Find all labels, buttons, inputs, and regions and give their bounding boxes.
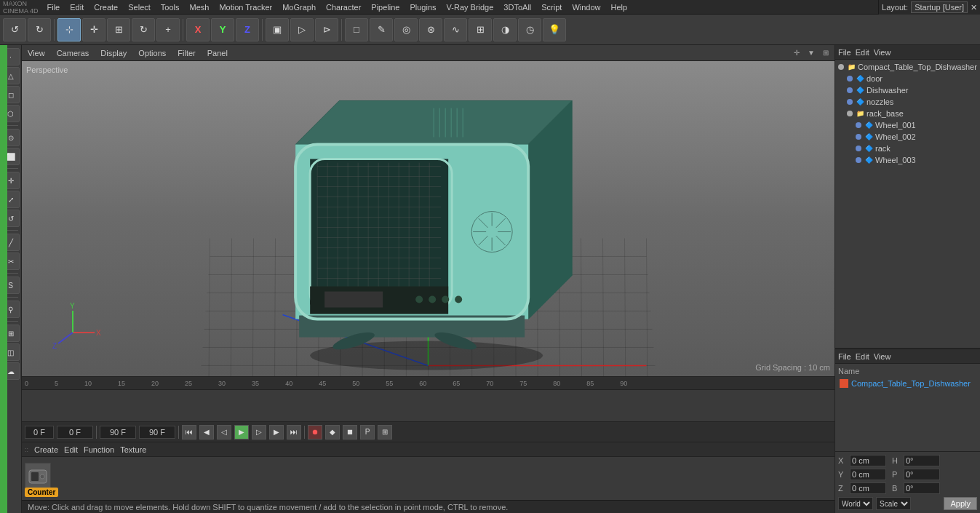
op-file-menu[interactable]: File xyxy=(838,48,851,57)
start-frame-input[interactable] xyxy=(25,426,54,439)
scale-tool-button[interactable]: ⊞ xyxy=(107,18,130,41)
menu-mesh[interactable]: Mesh xyxy=(186,2,214,12)
tag-button[interactable]: ◷ xyxy=(518,18,541,41)
vp-filter-menu[interactable]: Filter xyxy=(175,49,198,57)
key-all-button[interactable]: ⏹ xyxy=(343,425,357,440)
attr-item-name: Compact_Table_Top_Dishwasher xyxy=(851,379,971,388)
attr-view-menu[interactable]: View xyxy=(874,352,891,361)
coord-x-input[interactable] xyxy=(850,455,886,466)
render-region-button[interactable]: ▣ xyxy=(266,18,289,41)
array-button[interactable]: ⊞ xyxy=(469,18,492,41)
cube-button[interactable]: □ xyxy=(345,18,368,41)
motion-path-button[interactable]: P xyxy=(360,425,375,440)
rotate-tool-button[interactable]: ↻ xyxy=(132,18,155,41)
menu-file[interactable]: File xyxy=(43,2,65,12)
undo-button[interactable]: ↺ xyxy=(3,18,26,41)
tree-item-rack[interactable]: 🔷 rack xyxy=(837,143,979,154)
deformer-button[interactable]: ⊛ xyxy=(419,18,442,41)
world-select[interactable]: World xyxy=(838,497,873,510)
render-output-button[interactable]: ⊳ xyxy=(315,18,338,41)
coord-z-input[interactable] xyxy=(850,482,886,494)
3d-viewport[interactable]: Perspective Grid Spacing : 10 cm xyxy=(22,61,834,376)
layout-close-icon[interactable]: ✕ xyxy=(971,3,977,12)
tree-item-wheel003[interactable]: 🔷 Wheel_003 xyxy=(837,154,979,166)
vp-move-icon[interactable]: ✛ xyxy=(791,47,802,59)
op-view-menu[interactable]: View xyxy=(874,48,891,57)
cursor-tool-button[interactable]: ⊹ xyxy=(57,18,81,41)
menu-3dtoall[interactable]: 3DToAll xyxy=(499,2,535,12)
draw-button[interactable]: ✎ xyxy=(370,18,393,41)
fe-edit-menu[interactable]: Edit xyxy=(64,445,78,454)
current-frame-input[interactable] xyxy=(57,426,93,439)
menu-vray-bridge[interactable]: V-Ray Bridge xyxy=(442,2,498,12)
light-button[interactable]: 💡 xyxy=(543,18,566,41)
coord-p-input[interactable] xyxy=(904,469,940,480)
menu-tools[interactable]: Tools xyxy=(156,2,184,12)
layout-value[interactable]: Startup [User] xyxy=(911,1,968,13)
menu-character[interactable]: Character xyxy=(322,2,365,12)
fe-function-menu[interactable]: Function xyxy=(84,445,114,454)
move-tool-button[interactable]: ✛ xyxy=(82,18,105,41)
menu-script[interactable]: Script xyxy=(537,2,566,12)
fps2-input[interactable] xyxy=(139,426,175,439)
spline-button[interactable]: ∿ xyxy=(444,18,467,41)
apply-button[interactable]: Apply xyxy=(944,497,977,510)
redo-button[interactable]: ↻ xyxy=(28,18,51,41)
tree-item-dishwasher[interactable]: 🔷 Dishwasher xyxy=(837,84,979,96)
play-button[interactable]: ▶ xyxy=(234,425,249,440)
menu-motion-tracker[interactable]: Motion Tracker xyxy=(215,2,276,12)
nurbs-button[interactable]: ◎ xyxy=(394,18,418,41)
tree-item-rack-base[interactable]: 📁 rack_base xyxy=(837,108,979,119)
fe-drag-handle[interactable]: :: xyxy=(25,446,28,453)
tree-root-item[interactable]: 📁 Compact_Table_Top_Dishwasher xyxy=(837,61,979,73)
op-edit-menu[interactable]: Edit xyxy=(856,48,869,57)
attr-file-menu[interactable]: File xyxy=(838,352,851,361)
vp-cameras-menu[interactable]: Cameras xyxy=(54,49,92,57)
coord-b-input[interactable] xyxy=(904,482,940,494)
next-frame-button[interactable]: ▷ xyxy=(252,425,266,440)
scale-select[interactable]: Scale xyxy=(876,497,911,510)
menu-pipeline[interactable]: Pipeline xyxy=(367,2,404,12)
x-axis-button[interactable]: X xyxy=(186,18,210,41)
menu-create[interactable]: Create xyxy=(89,2,122,12)
record-button[interactable]: ⏺ xyxy=(308,425,322,440)
fe-texture-menu[interactable]: Texture xyxy=(120,445,146,454)
vp-down-icon[interactable]: ▼ xyxy=(805,47,817,59)
menu-window[interactable]: Window xyxy=(567,2,605,12)
tree-item-wheel002[interactable]: 🔷 Wheel_002 xyxy=(837,131,979,143)
menu-help[interactable]: Help xyxy=(607,2,632,12)
prev-key-button[interactable]: ◀ xyxy=(199,425,214,440)
toolbar-separator-1 xyxy=(54,19,55,41)
prev-frame-button[interactable]: ◁ xyxy=(217,425,231,440)
vp-display-menu[interactable]: Display xyxy=(97,49,130,57)
fps-input[interactable] xyxy=(100,426,136,439)
y-axis-button[interactable]: Y xyxy=(211,18,234,41)
track-button[interactable]: ⊞ xyxy=(378,425,392,440)
menu-mograph[interactable]: MoGraph xyxy=(278,2,320,12)
fe-create-menu[interactable]: Create xyxy=(34,445,58,454)
vp-panel-menu[interactable]: Panel xyxy=(204,49,231,57)
menu-select[interactable]: Select xyxy=(124,2,155,12)
tree-item-nozzles[interactable]: 🔷 nozzles xyxy=(837,96,979,108)
menu-plugins[interactable]: Plugins xyxy=(405,2,440,12)
material-button[interactable]: ◑ xyxy=(493,18,517,41)
attr-selected-item[interactable]: Compact_Table_Top_Dishwasher xyxy=(838,378,977,389)
attr-edit-menu[interactable]: Edit xyxy=(856,352,869,361)
vp-options-menu[interactable]: Options xyxy=(135,49,169,57)
go-end-button[interactable]: ⏭ xyxy=(287,425,301,440)
add-tool-button[interactable]: + xyxy=(156,18,180,41)
vp-view-menu[interactable]: View xyxy=(25,49,48,57)
auto-key-button[interactable]: ◆ xyxy=(325,425,340,440)
timeline-track[interactable] xyxy=(22,390,834,421)
coord-y-input[interactable] xyxy=(850,469,886,480)
menu-edit[interactable]: Edit xyxy=(65,2,88,12)
go-start-button[interactable]: ⏮ xyxy=(182,425,196,440)
tree-item-wheel001[interactable]: 🔷 Wheel_001 xyxy=(837,119,979,131)
next-key-button[interactable]: ▶ xyxy=(269,425,284,440)
viewport-canvas[interactable] xyxy=(22,61,834,376)
z-axis-button[interactable]: Z xyxy=(236,18,259,41)
tree-item-door[interactable]: 🔷 door xyxy=(837,73,979,84)
coord-h-input[interactable] xyxy=(904,455,940,466)
render-view-button[interactable]: ▷ xyxy=(290,18,314,41)
vp-maximize-icon[interactable]: ⊞ xyxy=(820,47,832,59)
